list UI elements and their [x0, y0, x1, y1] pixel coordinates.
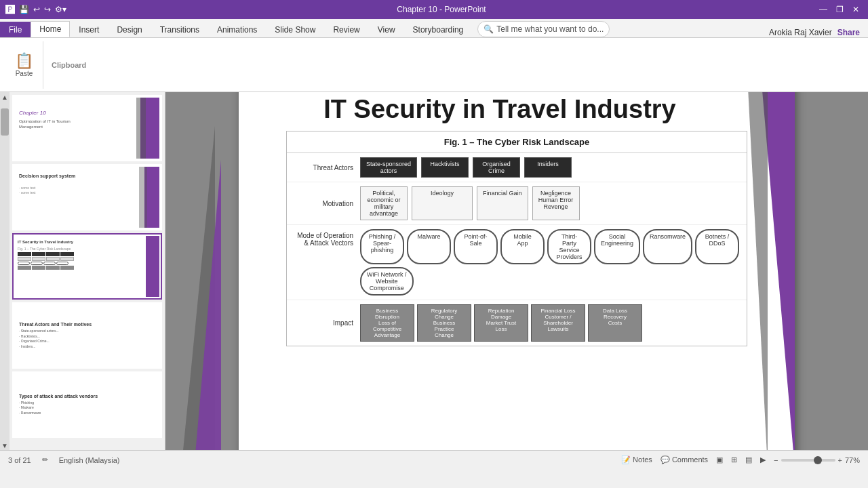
tab-design[interactable]: Design [108, 22, 151, 37]
notes-button[interactable]: 📝 Notes [621, 455, 652, 464]
motivation-row: Motivation Political,economic ormilitary… [287, 182, 747, 225]
tab-review[interactable]: Review [324, 22, 368, 37]
impact-row: Impact BusinessDisruptionLoss ofCompetit… [287, 300, 747, 346]
cell-point-of-sale: Point-of-Sale [454, 229, 498, 264]
comments-icon: 💬 [660, 455, 670, 464]
save-icon[interactable]: 💾 [19, 5, 29, 14]
window-title: Chapter 10 - PowerPoint [66, 5, 816, 14]
cell-insiders: Insiders [524, 157, 572, 178]
language-select[interactable]: English (Malaysia) [59, 456, 120, 464]
main-area: ▲ ▼ 1 Chapter 10 Optimization of IT in T… [0, 92, 868, 450]
slide-thumbnail-3[interactable]: 3 IT Security in Travel Industry Fig. 1 … [12, 233, 162, 300]
cell-financial-gain: Financial Gain [477, 186, 528, 220]
cell-malware: Malware [407, 229, 451, 264]
scroll-up-button[interactable]: ▲ [0, 92, 9, 102]
motivation-cells: Political,economic ormilitaryadvantage I… [360, 186, 580, 220]
zoom-level: 77% [845, 456, 860, 464]
slide-title: IT Security in Travel Industry [239, 92, 795, 131]
diagram-title: Fig. 1 – The Cyber Risk Landscape [287, 131, 747, 153]
undo-icon[interactable]: ↩ [33, 5, 40, 14]
cyber-risk-diagram: Fig. 1 – The Cyber Risk Landscape Threat… [286, 131, 747, 346]
cell-hacktivists: Hacktivists [421, 157, 469, 178]
tab-home[interactable]: Home [31, 21, 70, 37]
cell-organised-crime: OrganisedCrime [473, 157, 520, 178]
cell-mobile-app: MobileApp [500, 229, 545, 264]
mode-operation-label: Mode of Operation& Attack Vectors [292, 229, 360, 247]
tab-slideshow[interactable]: Slide Show [266, 22, 324, 37]
slide-thumbnail-2[interactable]: 2 Decision support system · some text· s… [12, 164, 162, 230]
customize-icon[interactable]: ⚙▾ [55, 5, 66, 14]
share-button[interactable]: Share [837, 28, 860, 37]
slide-count: 3 of 21 [8, 456, 31, 464]
threat-actors-row: Threat Actors State-sponsoredactors Hack… [287, 153, 747, 182]
cell-negligence: NegligenceHuman ErrorRevenge [532, 186, 580, 220]
redo-icon[interactable]: ↪ [44, 5, 51, 14]
normal-view-button[interactable]: ▣ [716, 455, 723, 464]
edit-icon[interactable]: ✏ [42, 455, 48, 464]
slide-thumbnail-5[interactable]: 5 Types of attack and attack vendors · P… [12, 371, 162, 438]
scroll-track[interactable] [0, 102, 9, 441]
comments-label: Comments [672, 455, 708, 464]
zoom-out-button[interactable]: − [774, 456, 778, 464]
cell-political: Political,economic ormilitaryadvantage [360, 186, 408, 220]
scroll-thumb[interactable] [1, 108, 9, 136]
deco-triangle-purple [193, 160, 221, 450]
tab-insert[interactable]: Insert [70, 22, 108, 37]
slideshow-button[interactable]: ▶ [760, 455, 766, 464]
zoom-slider[interactable] [781, 459, 835, 462]
minimize-button[interactable]: — [816, 5, 830, 14]
cell-data-loss: Data LossRecoveryCosts [588, 304, 642, 342]
zoom-thumb[interactable] [814, 456, 822, 464]
thumb-content-1: Chapter 10 Optimization of IT in Tourism… [15, 98, 159, 159]
reading-view-button[interactable]: ▤ [745, 455, 752, 464]
impact-label: Impact [292, 319, 360, 327]
zoom-in-button[interactable]: + [838, 456, 842, 464]
slide-sorter-button[interactable]: ⊞ [731, 455, 737, 464]
scroll-down-button[interactable]: ▼ [0, 441, 9, 450]
cell-phishing: Phishing /Spear-phishing [360, 229, 404, 264]
slide-thumbnail-4[interactable]: 4 Threat Actors and Their motives · Stat… [12, 302, 162, 369]
slide-thumbnail-1[interactable]: 1 Chapter 10 Optimization of IT in Touri… [12, 95, 162, 161]
cell-reputation: ReputationDamageMarket TrustLoss [474, 304, 528, 342]
tell-me-label: Tell me what you want to do... [496, 24, 604, 34]
close-button[interactable]: ✕ [849, 5, 863, 14]
comments-button[interactable]: 💬 Comments [660, 455, 708, 464]
notes-icon: 📝 [621, 455, 631, 464]
user-name: Arokia Raj Xavier [769, 28, 832, 37]
cell-third-party: Third-PartyServiceProviders [547, 229, 591, 264]
cell-state-sponsored: State-sponsoredactors [360, 157, 417, 178]
ribbon-content: 📋 Paste Clipboard [0, 38, 868, 92]
cell-botnets: Botnets /DDoS [695, 229, 739, 264]
tell-me-input[interactable]: 🔍 Tell me what you want to do... [477, 21, 610, 37]
mode-operation-cells: Phishing /Spear-phishing Malware Point-o… [360, 229, 740, 296]
mode-operation-row: Mode of Operation& Attack Vectors Phishi… [287, 225, 747, 300]
slide-scrollbar: ▲ ▼ [0, 92, 9, 450]
clipboard-group: Clipboard [52, 61, 86, 69]
ribbon-tab-bar: File Home Insert Design Transitions Anim… [0, 19, 868, 38]
main-slide[interactable]: IT Security in Travel Industry Fig. 1 – … [239, 92, 795, 450]
cell-business-disruption: BusinessDisruptionLoss ofCompetitiveAdva… [360, 304, 414, 342]
cell-wifi: WiFi Network /WebsiteCompromise [360, 267, 414, 296]
threat-actors-cells: State-sponsoredactors Hacktivists Organi… [360, 157, 572, 178]
title-bar: 🅿 💾 ↩ ↪ ⚙▾ Chapter 10 - PowerPoint — ❐ ✕ [0, 0, 868, 19]
thumb-content-2: Decision support system · some text· som… [15, 167, 159, 228]
paste-button[interactable]: 📋 Paste [11, 51, 37, 79]
cell-financial-loss: Financial LossCustomer /ShareholderLawsu… [531, 304, 585, 342]
slide-canvas-area[interactable]: IT Security in Travel Industry Fig. 1 – … [165, 92, 868, 450]
thumb-content-4: Threat Actors and Their motives · State-… [15, 305, 159, 366]
zoom-control[interactable]: − + 77% [774, 456, 860, 464]
tab-storyboarding[interactable]: Storyboarding [404, 22, 473, 37]
tab-view[interactable]: View [369, 22, 404, 37]
tab-animations[interactable]: Animations [208, 22, 266, 37]
notes-label: Notes [633, 455, 652, 464]
cell-ransomware: Ransomware [643, 229, 692, 264]
threat-actors-label: Threat Actors [292, 164, 360, 171]
tab-transitions[interactable]: Transitions [151, 22, 208, 37]
cell-social-engineering: SocialEngineering [594, 229, 640, 264]
status-bar: 3 of 21 ✏ English (Malaysia) 📝 Notes 💬 C… [0, 450, 868, 469]
search-icon: 🔍 [484, 24, 494, 34]
tab-file[interactable]: File [0, 22, 31, 37]
app-icon: 🅿 [5, 4, 15, 15]
restore-button[interactable]: ❐ [833, 5, 846, 14]
slide-thumbnail-panel: 1 Chapter 10 Optimization of IT in Touri… [9, 92, 165, 450]
